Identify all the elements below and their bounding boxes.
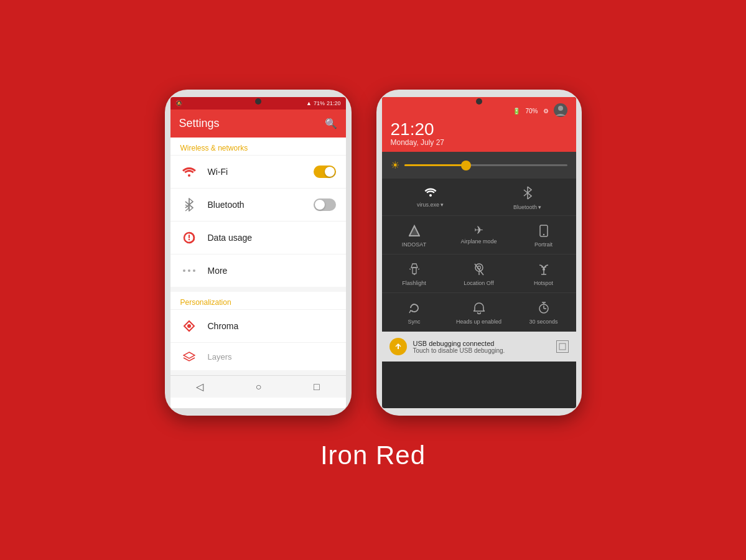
svg-point-20 [543, 234, 544, 235]
svg-point-12 [558, 106, 563, 111]
brightness-track[interactable] [404, 164, 567, 166]
layers-label: Layers [208, 352, 336, 362]
notification-date: Monday, July 27 [391, 138, 567, 147]
phones-container: 🔕 ▲ 71% 21:20 Settings 🔍 Wireless & netw… [165, 90, 582, 416]
bluetooth-quick-icon [523, 186, 532, 202]
svg-point-13 [429, 194, 432, 197]
seconds-label: 30 seconds [529, 319, 557, 325]
personalization-section-header: Personalization [170, 292, 346, 309]
bluetooth-icon [180, 196, 198, 213]
brightness-icon[interactable]: ☀ [391, 159, 399, 171]
settings-title: Settings [179, 117, 220, 130]
svg-point-6 [188, 269, 190, 272]
hotspot-tile[interactable]: Hotspot [511, 258, 576, 289]
svg-point-4 [188, 239, 189, 240]
sync-label: Sync [408, 319, 420, 325]
heads-up-label: Heads up enabled [456, 319, 501, 325]
status-bar-right-info: ▲ 71% 21:20 [306, 100, 340, 106]
right-phone-screen: 🔋 70% ⚙ 21:20 Monday, July 27 ☀ [382, 97, 576, 408]
location-tile[interactable]: Location Off [447, 258, 511, 289]
indosat-icon [409, 225, 420, 239]
chroma-icon [180, 317, 198, 335]
recents-button[interactable]: □ [314, 381, 320, 393]
wifi-toggle[interactable] [314, 166, 336, 178]
svg-point-9 [187, 324, 191, 328]
portrait-tile[interactable]: Portrait [511, 220, 576, 250]
location-icon [474, 263, 484, 278]
timer-icon [538, 302, 550, 316]
chroma-item[interactable]: Chroma [170, 309, 346, 342]
svg-point-7 [193, 269, 195, 272]
status-bar-left: 🔕 ▲ 71% 21:20 [170, 97, 346, 110]
quick-tiles-row2: Flashlight Location Off [382, 254, 576, 293]
seconds-tile[interactable]: 30 seconds [511, 297, 576, 327]
layers-item[interactable]: Layers [170, 342, 346, 370]
heads-up-icon [473, 302, 485, 316]
data-usage-item[interactable]: Data usage [170, 221, 346, 254]
notification-icon: 🔕 [175, 100, 182, 106]
airplane-tile[interactable]: ✈ Airplane mode [447, 220, 511, 250]
brightness-thumb [461, 161, 471, 170]
home-button[interactable]: ○ [256, 381, 262, 393]
bluetooth-quick-item[interactable]: Bluetooth ▾ [479, 181, 576, 213]
wifi-network-label: virus.exe ▾ [417, 202, 444, 208]
wifi-status-icon: ▲ [306, 100, 312, 106]
quick-tiles-row3: Sync Heads up enabled [382, 293, 576, 332]
battery-icon: 🔋 [513, 108, 520, 114]
wifi-icon [180, 163, 198, 180]
hotspot-icon [538, 263, 549, 278]
flashlight-tile[interactable]: Flashlight [382, 258, 447, 289]
status-bar-left-icons: 🔕 [175, 100, 182, 106]
svg-rect-21 [413, 268, 416, 274]
flashlight-label: Flashlight [402, 280, 426, 286]
usb-notification-text: USB debugging connected Touch to disable… [413, 340, 550, 354]
sync-icon [408, 302, 421, 316]
svg-line-23 [409, 269, 411, 269]
location-label: Location Off [464, 280, 493, 286]
app-bar: Settings 🔍 [170, 110, 346, 138]
portrait-icon [539, 225, 548, 239]
right-phone: 🔋 70% ⚙ 21:20 Monday, July 27 ☀ [376, 90, 582, 416]
bluetooth-item[interactable]: Bluetooth [170, 188, 346, 221]
svg-line-15 [524, 190, 528, 193]
usb-notification-icon [389, 338, 407, 355]
battery-percent: 70% [525, 108, 538, 114]
svg-point-28 [543, 268, 545, 271]
settings-icon[interactable]: ⚙ [543, 108, 549, 114]
avatar-icon[interactable] [554, 103, 567, 118]
svg-rect-38 [559, 343, 566, 350]
settings-content: Wireless & networks Wi-Fi [170, 138, 346, 375]
page-title: Iron Red [320, 441, 426, 470]
more-icon [180, 262, 198, 279]
data-usage-label: Data usage [208, 233, 336, 243]
airplane-icon: ✈ [474, 225, 483, 236]
time-status: 21:20 [327, 100, 341, 106]
flashlight-icon [409, 263, 419, 278]
wifi-quick-item[interactable]: virus.exe ▾ [382, 181, 479, 213]
wireless-section: Wireless & networks Wi-Fi [170, 138, 346, 287]
wifi-item[interactable]: Wi-Fi [170, 155, 346, 188]
brightness-fill [404, 164, 470, 166]
usb-notification-dismiss[interactable] [556, 340, 569, 353]
notification-header: 🔋 70% ⚙ 21:20 Monday, July 27 [382, 97, 576, 152]
svg-point-5 [183, 269, 185, 272]
notif-status-bar: 🔋 70% ⚙ [391, 103, 567, 118]
layers-icon [180, 348, 198, 365]
quick-tiles-row1: INDOSAT ✈ Airplane mode Portrait [382, 216, 576, 254]
portrait-label: Portrait [534, 241, 553, 248]
brightness-control: ☀ [382, 152, 576, 179]
heads-up-tile[interactable]: Heads up enabled [447, 297, 511, 327]
usb-notification-card[interactable]: USB debugging connected Touch to disable… [382, 332, 576, 362]
bluetooth-toggle[interactable] [314, 198, 336, 211]
back-button[interactable]: ◁ [196, 381, 203, 393]
indosat-tile[interactable]: INDOSAT [382, 220, 447, 250]
search-icon[interactable]: 🔍 [325, 118, 337, 129]
svg-line-16 [524, 193, 528, 196]
svg-point-0 [188, 174, 190, 177]
wireless-section-header: Wireless & networks [170, 138, 346, 155]
wifi-quick-icon [424, 186, 437, 199]
personalization-section: Personalization Chroma [170, 292, 346, 370]
more-item[interactable]: More [170, 254, 346, 287]
usb-notification-title: USB debugging connected [413, 340, 550, 347]
sync-tile[interactable]: Sync [382, 297, 447, 327]
